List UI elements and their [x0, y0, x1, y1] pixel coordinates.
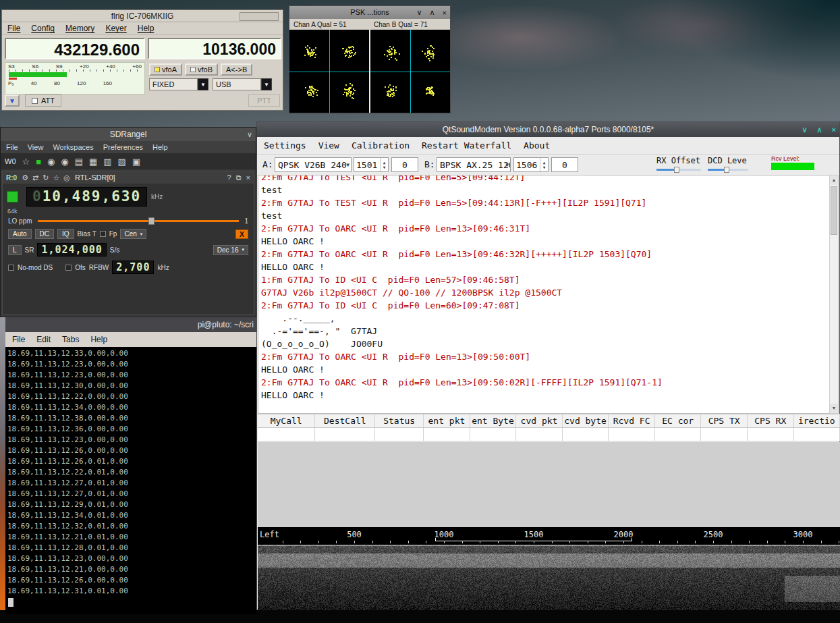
workspace-label[interactable]: W0: [5, 157, 16, 165]
modem-b-offset-field[interactable]: 0: [551, 157, 578, 172]
sdrangel-menu-item[interactable]: Help: [152, 143, 168, 151]
expand-down-button[interactable]: ▼: [5, 94, 20, 107]
terminal-menu-item[interactable]: Edit: [36, 335, 51, 344]
constellation-dot: [389, 96, 391, 97]
close-icon[interactable]: ×: [443, 9, 447, 17]
star-icon[interactable]: ☆: [53, 173, 59, 182]
users-icon[interactable]: ◎: [63, 173, 70, 182]
sdrangel-menu-item[interactable]: Preferences: [103, 143, 143, 151]
start-all-icon[interactable]: ■: [36, 157, 41, 167]
vfoa-button[interactable]: vfoA: [149, 63, 182, 76]
tile-windows-icon[interactable]: ▤: [75, 157, 83, 167]
sampling-select[interactable]: Cen▾: [120, 229, 146, 239]
popout-icon[interactable]: ⧉: [236, 173, 242, 182]
reload-icon[interactable]: ↻: [43, 173, 49, 182]
terminal-menu-item[interactable]: Tabs: [62, 335, 79, 344]
qtsm-menu-item[interactable]: Restart Waterfall: [422, 140, 511, 151]
audio-icon[interactable]: ◉: [61, 157, 68, 167]
star-icon[interactable]: ☆: [22, 157, 30, 167]
cascade-windows-icon[interactable]: ▥: [103, 157, 111, 167]
nomod-checkbox[interactable]: [8, 265, 14, 271]
dropdown-arrow-icon[interactable]: ▼: [261, 78, 272, 90]
vfob-button[interactable]: vfoB: [185, 63, 218, 76]
close-icon[interactable]: ×: [832, 126, 836, 134]
stack-windows-icon[interactable]: ▧: [118, 157, 126, 167]
qtsm-menu-item[interactable]: About: [524, 140, 550, 151]
sdrangel-menu-item[interactable]: View: [28, 143, 44, 151]
waterfall-display[interactable]: [258, 545, 840, 610]
ptt-button[interactable]: PTT: [248, 94, 280, 107]
mode-select[interactable]: USB ▼: [213, 78, 272, 90]
modem-a-frequency-spinner[interactable]: 1501▲▼: [354, 157, 389, 172]
vfo-a-frequency-display[interactable]: 432129.600: [5, 38, 145, 59]
scroll-up-icon[interactable]: ▲: [830, 175, 838, 185]
sdrangel-menu-item[interactable]: File: [6, 143, 18, 151]
start-device-button[interactable]: [7, 191, 18, 202]
collapse-icon[interactable]: ∨: [247, 130, 252, 139]
terminal-menu-item[interactable]: Help: [90, 335, 107, 344]
center-frequency-display[interactable]: 010,489,630: [26, 187, 147, 207]
flrig-menu-item[interactable]: Config: [31, 24, 55, 33]
sdrangel-titlebar[interactable]: SDRangel ∨: [1, 128, 256, 141]
dc-button[interactable]: DC: [35, 229, 54, 239]
iq-button[interactable]: IQ: [57, 229, 74, 239]
device-header[interactable]: R:0 ⚙⇄↻☆◎ RTL-SDR[0] ?⧉×: [3, 171, 254, 184]
lo-ppm-slider[interactable]: [38, 220, 240, 222]
psk-titlebar[interactable]: PSK ...tions ∨∧×: [289, 6, 450, 19]
spinner-arrows-icon[interactable]: ▲▼: [540, 158, 548, 171]
flrig-menu-item[interactable]: File: [7, 24, 20, 33]
constellation-dot: [309, 92, 310, 93]
slider-handle[interactable]: [724, 167, 729, 173]
grid-windows-icon[interactable]: ▦: [89, 157, 97, 167]
qtsm-menu-item[interactable]: View: [318, 140, 339, 151]
close-device-icon[interactable]: ×: [246, 173, 250, 182]
close-panel-button[interactable]: X: [235, 229, 248, 239]
sample-rate-display[interactable]: 1,024,000: [37, 243, 106, 256]
terminal-menu-item[interactable]: File: [12, 335, 25, 344]
modem-a-mode-select[interactable]: QPSK V26B 240▼: [275, 157, 352, 172]
rfbw-display[interactable]: 2,700: [112, 261, 154, 274]
shade-icon[interactable]: ∨: [802, 126, 807, 134]
att-checkbox[interactable]: [32, 98, 38, 104]
gear-icon[interactable]: ⚙: [22, 173, 28, 182]
auto-button[interactable]: Auto: [8, 229, 32, 239]
slider-handle[interactable]: [148, 217, 155, 225]
spinner-arrows-icon[interactable]: ▲▼: [380, 158, 388, 171]
dropdown-arrow-icon[interactable]: ▼: [198, 78, 208, 90]
qtsm-menu-item[interactable]: Calibration: [352, 140, 410, 151]
modem-b-mode-select[interactable]: BPSK AX.25 120▼: [437, 157, 511, 172]
rx-offset-slider[interactable]: [656, 167, 701, 172]
spectrum-icon[interactable]: ◉: [47, 157, 55, 167]
monitor-panel[interactable]: 2:Fm G7TAJ To TEST <UI R pid=F0 Len=5>[0…: [258, 175, 831, 414]
ruler-label: 500: [347, 530, 362, 539]
fullscreen-icon[interactable]: ▣: [132, 157, 140, 167]
swap-ab-button[interactable]: A<->B: [221, 63, 252, 76]
flrig-menu-item[interactable]: Help: [138, 24, 155, 33]
att-toggle[interactable]: ATT: [25, 94, 61, 107]
flrig-menu-item[interactable]: Keyer: [105, 24, 126, 33]
terminal-titlebar[interactable]: pi@pluto: ~/scri: [5, 317, 256, 332]
swap-device-icon[interactable]: ⇄: [32, 173, 38, 182]
monitor-scrollbar[interactable]: ▲ ▼: [829, 175, 839, 414]
vfo-b-frequency-display[interactable]: 10136.000: [148, 38, 281, 59]
terminal-output[interactable]: 18.69,11.13,12.33,0.00,0.0018.69,11.13,1…: [5, 347, 256, 610]
dcd-level-slider[interactable]: [708, 167, 748, 172]
modem-a-offset-field[interactable]: 0: [391, 157, 418, 172]
sdrangel-menu-item[interactable]: Workspaces: [53, 143, 93, 151]
help-icon[interactable]: ?: [227, 173, 231, 182]
modem-b-frequency-spinner[interactable]: 1506▲▼: [513, 157, 549, 172]
qtsm-titlebar[interactable]: QtSoundModem Version 0.0.0.68-alpha7 Por…: [257, 122, 839, 137]
lock-button[interactable]: L: [8, 245, 22, 255]
bias-t-checkbox[interactable]: [100, 231, 106, 237]
scrollbar-thumb[interactable]: [831, 186, 837, 235]
ofs-checkbox[interactable]: [65, 265, 72, 271]
scroll-down-icon[interactable]: ▼: [830, 404, 838, 413]
unshade-icon[interactable]: ∧: [817, 126, 822, 134]
unshade-icon[interactable]: ∧: [430, 8, 435, 17]
flrig-menu-item[interactable]: Memory: [65, 24, 94, 33]
decimation-select[interactable]: Dec 16▾: [213, 245, 248, 255]
qtsm-menu-item[interactable]: Settings: [264, 140, 306, 151]
shade-icon[interactable]: ∨: [416, 8, 422, 17]
attenuator-select[interactable]: FIXED ▼: [149, 78, 208, 90]
slider-handle[interactable]: [674, 167, 679, 173]
